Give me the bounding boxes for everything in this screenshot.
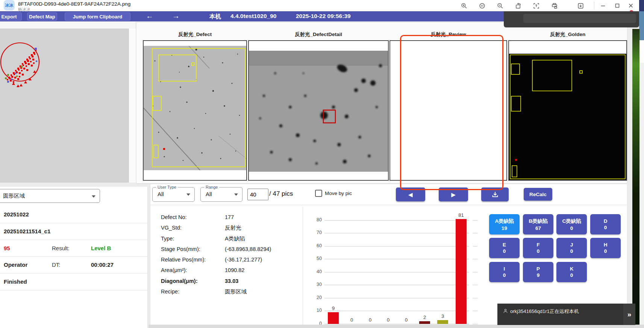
list-item-run[interactable]: 202510211514_c1	[0, 223, 147, 240]
datetime-label: 2025-10-22 09:56:39	[296, 13, 351, 20]
edge-strip-blue	[639, 11, 644, 40]
class-button-f[interactable]: F0	[523, 238, 553, 258]
list-item-status[interactable]: Finished	[0, 273, 147, 290]
info-value: 1090.82	[225, 267, 244, 273]
info-label: Defect No:	[161, 214, 225, 220]
recipe-select-value: 圆形区域	[3, 192, 25, 200]
class-button-b[interactable]: B类缺陷67	[523, 214, 553, 234]
info-label: Type:	[161, 236, 225, 242]
list-item-result[interactable]: 95 Result: Level B	[0, 240, 147, 257]
bar-value-label: 2	[419, 314, 430, 320]
zoom-in-icon[interactable]	[459, 1, 468, 10]
remote-panel-expand[interactable]: »	[623, 304, 635, 325]
info-value: (-63.8963,88.8294)	[225, 246, 271, 252]
gridline	[324, 285, 469, 285]
text-select-icon[interactable]	[532, 1, 541, 10]
chart-bar	[419, 321, 430, 324]
class-count: 0	[523, 248, 553, 254]
info-label: Diagonal(μm):	[161, 278, 225, 284]
export-label: Export	[1, 14, 17, 20]
y-tick: 70	[306, 230, 322, 235]
status-label: Finished	[4, 278, 27, 285]
defect-image	[144, 46, 246, 170]
class-label: P	[523, 266, 553, 272]
class-button-j[interactable]: J0	[556, 238, 587, 258]
class-button-c[interactable]: C类缺陷0	[556, 214, 587, 234]
y-tick: 10	[306, 308, 322, 313]
list-item-operator[interactable]: Operator DT: 00:00:27	[0, 256, 147, 274]
avatar[interactable]: 冰冰	[4, 0, 15, 11]
fit-one-to-one-icon[interactable]	[477, 1, 486, 10]
edge-strip-top	[639, 0, 644, 11]
remote-panel: orkj3541656qd1r1正在远程本机	[497, 304, 623, 325]
wafer-map	[0, 29, 129, 183]
info-label: Relative Pos(mm):	[161, 257, 225, 263]
next-icon: ▶	[452, 192, 456, 198]
bar-value-label: 3	[437, 313, 448, 319]
pic-number-input[interactable]	[247, 189, 268, 200]
class-label: K	[556, 266, 587, 272]
info-row: Type:A类缺陷	[161, 233, 308, 244]
bar-value-label: 0	[383, 317, 394, 323]
info-row: Area(μm²):1090.82	[161, 265, 308, 275]
class-count: 0	[556, 225, 587, 231]
gridline	[324, 246, 469, 246]
range-select[interactable]: Range All	[200, 187, 242, 202]
export-button[interactable]: Export	[0, 12, 22, 21]
class-count: 0	[489, 272, 520, 278]
chevron-double-right-icon: »	[627, 310, 632, 319]
list-item-lot[interactable]: 20251022	[0, 206, 147, 223]
chart-bar	[437, 320, 448, 324]
download-icon[interactable]	[576, 1, 585, 10]
jump-from-clipboard-button[interactable]: Jump form Clipboard	[65, 12, 130, 21]
class-button-a[interactable]: A类缺陷19	[489, 214, 520, 234]
info-value: 反射光	[225, 224, 241, 231]
class-label: H	[590, 242, 621, 248]
class-button-e[interactable]: E0	[489, 238, 520, 258]
panel-title-golden: 反射光_Golden	[508, 31, 627, 38]
class-label: C类缺陷	[556, 218, 587, 225]
back-arrow-icon[interactable]: ←	[146, 12, 153, 20]
wafer-map-panel[interactable]	[0, 29, 129, 183]
class-count: 0	[556, 272, 587, 278]
recalc-button[interactable]: ReCalc	[524, 188, 552, 201]
run-label: 202510211514_c1	[4, 228, 50, 234]
defectdetail-image	[249, 51, 388, 172]
print-cloud-icon[interactable]	[550, 1, 559, 10]
overlay-window	[504, 11, 639, 27]
info-row: VG_Std:反射光	[161, 222, 308, 233]
class-label: B类缺陷	[523, 218, 553, 225]
chevron-down-icon	[234, 193, 238, 196]
zoom-out-icon[interactable]	[496, 1, 505, 10]
y-tick: 50	[306, 256, 322, 261]
defect-map-button[interactable]: Defect Map	[27, 12, 57, 21]
jump-label: Jump form Clipboard	[73, 14, 122, 20]
close-icon[interactable]	[626, 1, 635, 10]
gridline	[324, 233, 469, 233]
version-label: 4.4.0test1020_90	[230, 13, 276, 20]
user-type-select[interactable]: User Type All	[152, 187, 195, 202]
defect-map-label: Defect Map	[29, 14, 55, 20]
info-row: Diagonal(μm):33.03	[161, 276, 308, 286]
bar-value-label: 0	[346, 317, 357, 323]
lot-label: 20251022	[4, 211, 29, 218]
class-button-i[interactable]: I0	[489, 262, 520, 282]
class-button-h[interactable]: H0	[590, 238, 621, 258]
chevron-down-icon	[92, 195, 95, 198]
recipe-select[interactable]: 圆形区域	[0, 189, 100, 203]
rotate-icon[interactable]	[514, 1, 523, 10]
chart-bar	[456, 219, 467, 324]
minimize-icon[interactable]	[599, 1, 608, 10]
info-label: Stage Pos(mm):	[161, 246, 225, 252]
class-button-d[interactable]: D0	[590, 214, 621, 234]
class-count: 9	[523, 272, 553, 278]
info-label: Area(μm²):	[161, 267, 225, 273]
class-button-p[interactable]: P9	[523, 262, 553, 282]
forward-arrow-icon[interactable]: →	[172, 12, 180, 20]
move-by-pic-checkbox[interactable]	[315, 190, 322, 197]
maximize-icon[interactable]	[613, 1, 622, 10]
class-label: E	[489, 242, 520, 248]
class-button-k[interactable]: K0	[556, 262, 587, 282]
user-type-value: All	[158, 191, 164, 197]
desktop-green-strip	[632, 29, 639, 328]
